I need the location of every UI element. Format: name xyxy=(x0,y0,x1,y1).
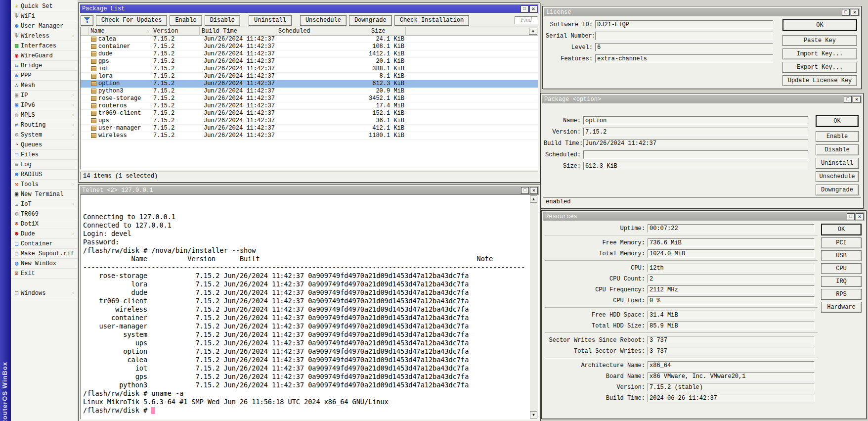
resources-pci-button[interactable]: PCI xyxy=(821,237,862,248)
package-row-lora[interactable]: lora7.15.2Jun/26/2024 11:42:378.1 KiB xyxy=(81,73,538,80)
sidebar-item-mesh[interactable]: ∴Mesh xyxy=(11,81,78,91)
package-row-wireless[interactable]: wireless7.15.2Jun/26/2024 11:42:371180.1… xyxy=(81,132,538,140)
terminal-area[interactable]: Connecting to 127.0.0.1 Connected to 127… xyxy=(80,194,539,420)
maximize-button[interactable]: □ xyxy=(844,96,852,103)
package-row-ups[interactable]: ups7.15.2Jun/26/2024 11:42:3736.1 KiB xyxy=(81,117,538,125)
sidebar-item-mpls[interactable]: ◍MPLS▷ xyxy=(11,110,78,120)
license-ok-button[interactable]: OK xyxy=(782,19,857,31)
sidebar-item-wifi[interactable]: ΨWiFi xyxy=(11,11,78,21)
sidebar-item-interfaces[interactable]: ▦Interfaces xyxy=(11,41,78,51)
close-button[interactable]: ✕ xyxy=(856,213,864,220)
sidebar-item-iot[interactable]: ☁IoT▷ xyxy=(11,199,78,209)
sidebar-item-new-terminal[interactable]: ▣New Terminal xyxy=(11,189,78,199)
terminal-scrollbar[interactable]: ▲ ▼ xyxy=(530,195,538,419)
sidebar-item-log[interactable]: ≡Log xyxy=(11,160,78,170)
package-detail-size-input[interactable]: 612.3 KiB xyxy=(583,162,808,170)
resources-free-memory-input[interactable]: 736.6 MiB xyxy=(648,238,815,247)
toolbar-button-uninstall[interactable]: Uninstall xyxy=(249,15,292,26)
column-header-build-time[interactable]: Build Time xyxy=(200,27,276,35)
package-row-option[interactable]: option7.15.2Jun/26/2024 11:42:37612.3 Ki… xyxy=(81,80,538,88)
sidebar-item-quick-set[interactable]: ✳Quick Set xyxy=(11,1,78,11)
resources-uptime-input[interactable]: 00:07:22 xyxy=(648,224,815,233)
resources-cpu-count-input[interactable]: 2 xyxy=(648,275,815,283)
sidebar-item-new-winbox[interactable]: ◍New WinBox xyxy=(11,259,78,269)
package-row-calea[interactable]: calea7.15.2Jun/26/2024 11:42:3724.1 KiB xyxy=(81,36,538,43)
sidebar-item-ppp[interactable]: ⊞PPP xyxy=(11,71,78,81)
resources-hardware-button[interactable]: Hardware xyxy=(821,302,862,313)
maximize-button[interactable]: □ xyxy=(521,5,528,12)
license-titlebar[interactable]: License □ ✕ xyxy=(544,8,860,16)
close-button[interactable]: ✕ xyxy=(530,187,538,194)
package-row-python3[interactable]: python37.15.2Jun/26/2024 11:42:3720.9 Mi… xyxy=(81,88,538,95)
resources-ok-button[interactable]: OK xyxy=(821,224,862,235)
license-serial-number-input[interactable] xyxy=(595,32,773,40)
column-header-name[interactable]: Name△ xyxy=(88,27,151,35)
package-row-routeros[interactable]: routeros7.15.2Jun/26/2024 11:42:3717.4 M… xyxy=(81,102,538,110)
package-detail-name-input[interactable]: option xyxy=(583,116,808,125)
column-header-size[interactable]: Size xyxy=(369,27,406,35)
package-detail-downgrade-button[interactable]: Downgrade xyxy=(816,185,859,195)
scroll-down-icon[interactable]: ▼ xyxy=(530,411,537,419)
resources-build-time-input[interactable]: 2024-06-26 11:42:37 xyxy=(648,394,815,402)
toolbar-button-unschedule[interactable]: Unschedule xyxy=(300,15,347,26)
filter-button[interactable] xyxy=(81,15,93,26)
package-detail-unschedule-button[interactable]: Unschedule xyxy=(816,171,859,182)
close-button[interactable]: ✕ xyxy=(529,5,537,12)
license-import-key-button[interactable]: Import Key... xyxy=(782,48,857,59)
toolbar-button-enable[interactable]: Enable xyxy=(170,15,202,26)
package-detail-enable-button[interactable]: Enable xyxy=(816,131,859,142)
package-row-rose-storage[interactable]: rose-storage7.15.2Jun/26/2024 11:42:3734… xyxy=(81,95,538,102)
sidebar-item-ip[interactable]: ▣IP▷ xyxy=(11,91,78,100)
resources-version-input[interactable]: 7.15.2 (stable) xyxy=(648,383,815,391)
maximize-button[interactable]: □ xyxy=(521,187,529,194)
resources-board-name-input[interactable]: x86 VMware, Inc. VMware20,1 xyxy=(648,372,815,380)
toolbar-button-downgrade[interactable]: Downgrade xyxy=(349,15,392,26)
package-detail-disable-button[interactable]: Disable xyxy=(816,144,859,155)
resources-rps-button[interactable]: RPS xyxy=(821,289,862,300)
maximize-button[interactable]: □ xyxy=(842,9,850,16)
sidebar-item-radius[interactable]: ☻RADIUS xyxy=(11,170,78,180)
toolbar-button-check-for-updates[interactable]: Check For Updates xyxy=(96,15,167,26)
resources-sector-writes-since-reboot-input[interactable]: 3 737 xyxy=(648,336,815,344)
column-header-version[interactable]: Version xyxy=(151,27,200,35)
sidebar-item-routing[interactable]: ⇄Routing▷ xyxy=(11,120,78,130)
resources-architecture-name-input[interactable]: x86_64 xyxy=(648,361,815,370)
package-detail-scheduled-input[interactable] xyxy=(583,150,808,159)
resources-usb-button[interactable]: USB xyxy=(821,250,862,261)
resources-cpu-load-input[interactable]: 0 % xyxy=(648,296,815,305)
resources-irq-button[interactable]: IRQ xyxy=(821,276,862,287)
find-input[interactable] xyxy=(515,16,538,24)
sidebar-item-user-manager[interactable]: ☻User Manager xyxy=(11,21,78,31)
sidebar-item-system[interactable]: ⚙System▷ xyxy=(11,130,78,140)
license-paste-key-button[interactable]: Paste Key xyxy=(782,35,857,46)
resources-titlebar[interactable]: Resources □ ✕ xyxy=(543,212,865,221)
sidebar-item-dude[interactable]: ☻Dude▷ xyxy=(11,229,78,239)
toolbar-button-disable[interactable]: Disable xyxy=(205,15,240,26)
sidebar-item-wireless[interactable]: ΨWireless▷ xyxy=(11,31,78,41)
package-row-container[interactable]: container7.15.2Jun/26/2024 11:42:37108.1… xyxy=(81,43,538,50)
sidebar-item-queues[interactable]: ◔Queues xyxy=(11,140,78,150)
column-header-scheduled[interactable]: Scheduled xyxy=(276,27,369,35)
resources-cpu-button[interactable]: CPU xyxy=(821,263,862,274)
package-row-iot[interactable]: iot7.15.2Jun/26/2024 11:42:37388.1 KiB xyxy=(81,65,538,73)
telnet-titlebar[interactable]: Telnet <2> 127.0.0.1 □ ✕ xyxy=(80,186,539,194)
sidebar-item-dot1x[interactable]: ⊗Dot1X xyxy=(11,219,78,229)
license-export-key-button[interactable]: Export Key... xyxy=(782,62,857,73)
package-detail-version-input[interactable]: 7.15.2 xyxy=(583,128,808,136)
resources-cpu-frequency-input[interactable]: 2112 MHz xyxy=(648,285,815,294)
resources-total-sector-writes-input[interactable]: 3 737 xyxy=(648,347,815,355)
toolbar-button-check-installation[interactable]: Check Installation xyxy=(394,15,470,26)
close-button[interactable]: ✕ xyxy=(853,96,861,103)
package-row-user-manager[interactable]: user-manager7.15.2Jun/26/2024 11:42:3741… xyxy=(81,125,538,132)
license-features-input[interactable]: extra-channels xyxy=(595,54,773,63)
license-level-input[interactable]: 6 xyxy=(595,43,773,51)
package-row-tr069-client[interactable]: tr069-client7.15.2Jun/26/2024 11:42:3715… xyxy=(81,110,538,117)
package-list-titlebar[interactable]: Package List □ ✕ xyxy=(80,4,538,13)
sidebar-item-windows[interactable]: ❒Windows▷ xyxy=(11,288,78,298)
package-row-gps[interactable]: gps7.15.2Jun/26/2024 11:42:3720.1 KiB xyxy=(81,58,538,65)
sidebar-item-ipv6[interactable]: ▣IPv6▷ xyxy=(11,100,78,110)
sidebar-item-exit[interactable]: ⊠Exit xyxy=(11,269,78,279)
package-detail-ok-button[interactable]: OK xyxy=(816,115,859,127)
sidebar-item-files[interactable]: ❐Files xyxy=(11,150,78,160)
sidebar-item-container[interactable]: ❑Container xyxy=(11,239,78,249)
